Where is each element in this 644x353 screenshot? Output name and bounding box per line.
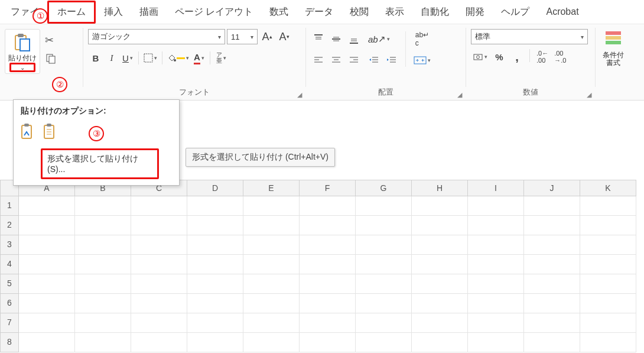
cell[interactable] (75, 235, 131, 255)
row-header[interactable]: 6 (0, 294, 19, 313)
cell[interactable] (131, 313, 187, 333)
cell[interactable] (75, 216, 131, 235)
cell[interactable] (300, 313, 356, 333)
cell[interactable] (580, 313, 636, 333)
cell[interactable] (580, 255, 636, 274)
cell[interactable] (580, 196, 636, 216)
cell[interactable] (75, 274, 131, 294)
cell[interactable] (131, 294, 187, 313)
copy-icon[interactable] (45, 53, 57, 64)
orientation-button[interactable]: ab↗▾ (366, 31, 392, 47)
cell[interactable] (19, 235, 75, 255)
align-center-button[interactable] (328, 53, 344, 68)
cell[interactable] (75, 196, 131, 216)
cell[interactable] (300, 274, 356, 294)
cell[interactable] (243, 196, 300, 216)
row-header[interactable]: 8 (0, 333, 19, 352)
comma-button[interactable]: , (509, 49, 525, 64)
cell[interactable] (300, 294, 356, 313)
cell[interactable] (243, 255, 300, 274)
cell[interactable] (580, 235, 636, 255)
cell[interactable] (75, 313, 131, 333)
cell[interactable] (300, 235, 356, 255)
cell[interactable] (468, 313, 524, 333)
cell[interactable] (75, 294, 131, 313)
cell[interactable] (243, 313, 300, 333)
cell[interactable] (19, 333, 75, 352)
tab-formulas[interactable]: 数式 (261, 2, 297, 22)
row-header[interactable]: 4 (0, 255, 19, 274)
tab-data[interactable]: データ (297, 2, 341, 22)
bold-button[interactable]: B (88, 50, 103, 66)
cell[interactable] (19, 274, 75, 294)
cell[interactable] (300, 333, 356, 352)
cell[interactable] (300, 255, 356, 274)
cell[interactable] (19, 216, 75, 235)
row-header[interactable]: 2 (0, 216, 19, 235)
worksheet-grid[interactable]: A B C D E F G H I J K 12345678 (0, 180, 644, 353)
col-header[interactable]: H (412, 180, 468, 196)
conditional-formatting-icon[interactable] (604, 29, 622, 47)
cell[interactable] (187, 216, 243, 235)
cell[interactable] (412, 333, 468, 352)
cell[interactable] (187, 235, 243, 255)
cell[interactable] (468, 333, 524, 352)
merge-center-button[interactable]: ▾ (412, 53, 432, 68)
cell[interactable] (356, 216, 412, 235)
cell[interactable] (468, 255, 524, 274)
cell[interactable] (356, 333, 412, 352)
cell[interactable] (524, 333, 580, 352)
cell[interactable] (468, 196, 524, 216)
cell[interactable] (187, 255, 243, 274)
cell[interactable] (356, 294, 412, 313)
paste-button[interactable]: 貼り付け ⌄ (5, 29, 40, 74)
number-dialog-launcher[interactable]: ◢ (587, 91, 591, 99)
tab-developer[interactable]: 開発 (457, 2, 493, 22)
tab-insert[interactable]: 挿入 (96, 2, 131, 22)
cell[interactable] (356, 235, 412, 255)
cell[interactable] (412, 216, 468, 235)
col-header[interactable]: F (300, 180, 356, 196)
cell[interactable] (243, 216, 300, 235)
cell[interactable] (356, 274, 412, 294)
row-header[interactable]: 1 (0, 196, 19, 216)
cell[interactable] (524, 274, 580, 294)
align-top-button[interactable] (311, 31, 326, 47)
cell[interactable] (524, 196, 580, 216)
cell[interactable] (468, 294, 524, 313)
cell[interactable] (243, 294, 300, 313)
cell[interactable] (187, 333, 243, 352)
cell[interactable] (524, 216, 580, 235)
cell[interactable] (300, 216, 356, 235)
wrap-text-button[interactable]: ab↵c (412, 31, 432, 47)
cell[interactable] (412, 196, 468, 216)
cell[interactable] (243, 333, 300, 352)
cell[interactable] (131, 255, 187, 274)
cell[interactable] (468, 235, 524, 255)
cell[interactable] (580, 333, 636, 352)
increase-decimal-button[interactable]: .0←.00 (535, 49, 550, 64)
cell[interactable] (356, 255, 412, 274)
increase-font-button[interactable]: A▴ (259, 29, 275, 44)
font-dialog-launcher[interactable]: ◢ (297, 91, 302, 99)
decrease-indent-button[interactable] (366, 53, 382, 68)
cell[interactable] (356, 313, 412, 333)
col-header[interactable]: E (243, 180, 300, 196)
cell[interactable] (75, 333, 131, 352)
cell[interactable] (412, 255, 468, 274)
cell[interactable] (412, 235, 468, 255)
font-name-combo[interactable]: 游ゴシック▾ (88, 29, 225, 44)
paste-dropdown-arrow[interactable]: ⌄ (9, 63, 35, 72)
tab-help[interactable]: ヘルプ (493, 2, 538, 22)
alignment-dialog-launcher[interactable]: ◢ (457, 91, 462, 99)
cell[interactable] (19, 255, 75, 274)
cell[interactable] (243, 274, 300, 294)
tab-page-layout[interactable]: ページ レイアウト (167, 2, 261, 22)
row-header[interactable]: 5 (0, 274, 19, 294)
row-header[interactable]: 3 (0, 235, 19, 255)
cell[interactable] (131, 235, 187, 255)
cell[interactable] (412, 274, 468, 294)
cell[interactable] (187, 313, 243, 333)
align-right-button[interactable] (346, 53, 362, 68)
cell[interactable] (131, 274, 187, 294)
